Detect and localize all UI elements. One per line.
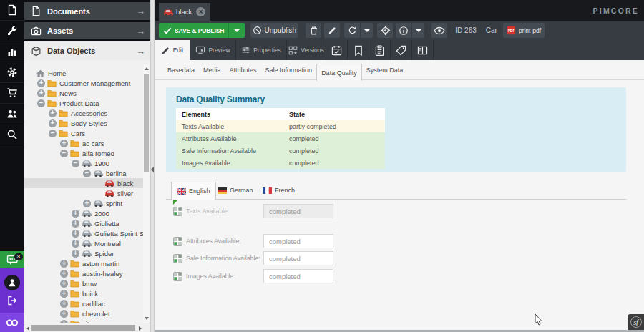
sidebar-section-documents[interactable]: Documents → xyxy=(24,2,150,22)
tree-item-montreal[interactable]: +Montreal xyxy=(24,238,144,248)
tree-item-alfa-romeo[interactable]: −alfa romeo xyxy=(24,148,144,158)
save-options-caret[interactable] xyxy=(228,23,245,38)
language-tab-english[interactable]: English xyxy=(171,182,216,200)
field-input[interactable]: completed xyxy=(263,234,333,248)
tree-item-sprint[interactable]: +sprint xyxy=(24,198,144,208)
tree-item-news[interactable]: +News xyxy=(24,88,144,98)
expand-icon[interactable]: + xyxy=(37,89,45,97)
info-button[interactable] xyxy=(396,23,411,38)
view-tab-properties[interactable]: Properties xyxy=(236,40,287,60)
expand-icon[interactable]: + xyxy=(72,230,79,238)
expand-icon[interactable]: + xyxy=(60,280,68,288)
collapse-icon[interactable]: − xyxy=(83,170,91,177)
expand-icon[interactable]: + xyxy=(60,300,68,308)
view-tab-clipboard[interactable] xyxy=(369,40,391,60)
expand-icon[interactable]: + xyxy=(60,260,68,268)
scrollbar-thumb[interactable] xyxy=(31,325,135,331)
expand-icon[interactable]: + xyxy=(60,140,68,147)
nav-settings-icon[interactable] xyxy=(0,62,24,83)
expand-icon[interactable]: + xyxy=(72,250,79,258)
tree-item-product-data[interactable]: −Product Data xyxy=(24,98,144,108)
collapse-icon[interactable]: − xyxy=(72,160,79,167)
tree-item-1900[interactable]: −1900 xyxy=(24,158,144,168)
tree-item-berlina[interactable]: −berlina xyxy=(24,168,144,178)
info-caret[interactable] xyxy=(411,23,424,38)
scroll-right-icon[interactable] xyxy=(139,326,142,331)
scroll-left-icon[interactable] xyxy=(26,326,29,331)
notifications-button[interactable]: 3 xyxy=(0,251,24,268)
language-tab-french[interactable]: French xyxy=(258,182,300,199)
view-tab-columns[interactable] xyxy=(412,40,434,60)
nav-ecommerce-icon[interactable] xyxy=(0,83,24,104)
expand-icon[interactable]: + xyxy=(72,210,79,218)
view-tab-preview[interactable]: Preview xyxy=(190,40,236,60)
tree-item-accessories[interactable]: +Accessories xyxy=(24,108,144,118)
content-tab-attributes[interactable]: Attributes xyxy=(225,60,261,80)
tree-vertical-scrollbar[interactable] xyxy=(143,64,150,323)
field-input[interactable]: completed xyxy=(263,269,333,283)
tree-item-black[interactable]: black xyxy=(24,178,144,188)
sidebar-section-assets[interactable]: Assets → xyxy=(24,22,150,42)
scrollbar-thumb[interactable] xyxy=(144,74,149,172)
content-tab-system-data[interactable]: System Data xyxy=(362,60,408,80)
scroll-down-icon[interactable] xyxy=(145,317,149,320)
expand-icon[interactable]: + xyxy=(72,220,79,228)
expand-icon[interactable]: + xyxy=(60,270,68,278)
tree-item-gulietta-sprint-specia[interactable]: +Gulietta Sprint Specia xyxy=(24,228,144,238)
symfony-debug-badge[interactable]: sf xyxy=(628,314,644,330)
unpublish-button[interactable]: Unpublish xyxy=(250,23,298,38)
trash-button[interactable] xyxy=(306,23,321,38)
collapse-icon[interactable]: − xyxy=(60,150,68,157)
collapse-icon[interactable]: − xyxy=(37,99,45,107)
field-input[interactable]: completed xyxy=(263,251,333,265)
view-tab-tag[interactable] xyxy=(391,40,412,60)
visibility-button[interactable] xyxy=(431,23,447,38)
tree-item-aston-martin[interactable]: +aston martin xyxy=(24,258,144,268)
tree-item-buick[interactable]: +buick xyxy=(24,288,144,298)
collapse-arrow-icon[interactable] xyxy=(151,167,154,172)
nav-reports-icon[interactable] xyxy=(0,42,24,62)
tree-item-cadillac[interactable]: +cadillac xyxy=(24,298,144,308)
expand-icon[interactable]: + xyxy=(83,200,91,208)
content-tab-media[interactable]: Media xyxy=(199,60,225,80)
print-pdf-button[interactable]: PDFprint-pdf xyxy=(503,23,545,38)
field-input[interactable]: completed xyxy=(263,204,333,218)
tree-item-2000[interactable]: +2000 xyxy=(24,208,144,218)
content-tab-basedata[interactable]: Basedata xyxy=(163,60,199,80)
tree-item-silver[interactable]: silver xyxy=(24,188,144,198)
tree-item-bmw[interactable]: +bmw xyxy=(24,278,144,288)
nav-tools-icon[interactable] xyxy=(0,21,24,42)
save-publish-button[interactable]: SAVE & PUBLISH xyxy=(159,23,245,38)
nav-search-icon[interactable] xyxy=(0,125,24,145)
pimcore-logo-cell[interactable] xyxy=(0,313,24,332)
tab-black[interactable]: black × xyxy=(159,3,210,21)
tree-horizontal-scrollbar[interactable] xyxy=(24,323,150,332)
expand-icon[interactable]: + xyxy=(72,240,79,248)
expand-icon[interactable]: + xyxy=(60,290,68,298)
refresh-caret[interactable] xyxy=(360,23,373,38)
sidebar-section-data-objects[interactable]: Data Objects → xyxy=(24,42,150,60)
view-tab-edit[interactable]: Edit xyxy=(155,40,190,60)
refresh-button[interactable] xyxy=(344,23,360,38)
tree-item-giulietta[interactable]: +Giulietta xyxy=(24,218,144,228)
logout-icon[interactable] xyxy=(6,295,18,306)
view-tab-bookmark[interactable] xyxy=(348,40,369,60)
expand-icon[interactable]: + xyxy=(60,310,68,318)
expand-icon[interactable]: + xyxy=(49,109,57,117)
tree-item-body-styles[interactable]: +Body-Styles xyxy=(24,118,144,128)
tree-item-customer-management[interactable]: +Customer Management xyxy=(24,78,144,88)
user-button[interactable] xyxy=(4,275,20,290)
pencil-button[interactable] xyxy=(324,23,340,38)
content-tab-sale-information[interactable]: Sale Information xyxy=(261,60,317,80)
tree-item-chevrolet[interactable]: +chevrolet xyxy=(24,308,144,318)
nav-customers-icon[interactable] xyxy=(0,104,24,125)
scroll-up-icon[interactable] xyxy=(145,67,149,70)
locate-button[interactable] xyxy=(377,23,393,38)
tree-item-home[interactable]: Home xyxy=(24,68,144,78)
collapse-icon[interactable]: − xyxy=(49,130,57,137)
tree-item-spider[interactable]: +Spider xyxy=(24,248,144,258)
view-tab-versions[interactable]: Versions xyxy=(287,40,326,60)
view-tab-calendar[interactable] xyxy=(326,40,348,60)
nav-file-icon[interactable] xyxy=(0,0,24,21)
tree-item-austin-healey[interactable]: +austin-healey xyxy=(24,268,144,278)
